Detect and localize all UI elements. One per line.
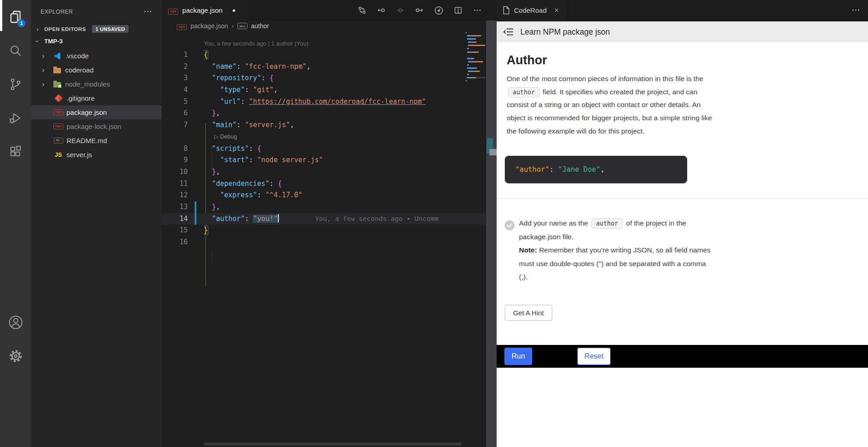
run-debug-icon[interactable] bbox=[0, 101, 31, 135]
file-row-coderoad[interactable]: ›coderoad bbox=[31, 63, 162, 77]
line-number: 7 bbox=[162, 119, 188, 131]
run-button[interactable]: Run bbox=[504, 348, 532, 365]
lesson-paragraph: One of the most common pieces of informa… bbox=[507, 72, 720, 138]
code-editor[interactable]: You, a few seconds ago | 1 author (You) … bbox=[162, 31, 497, 248]
file-row-.vscode[interactable]: ›.vscode bbox=[31, 49, 162, 63]
minimap-line bbox=[466, 67, 485, 69]
reset-button[interactable]: Reset bbox=[577, 348, 611, 365]
file-label: server.js bbox=[67, 151, 92, 159]
current-change-icon[interactable] bbox=[396, 6, 405, 15]
file-tree: ›.vscode›coderoad›node_modules.gitignore… bbox=[31, 49, 162, 162]
code-line-5[interactable]: 5"url": "https://github.com/coderoad/fcc… bbox=[162, 96, 497, 108]
minimap-line bbox=[466, 71, 485, 72]
code-line-1[interactable]: 1{ bbox=[162, 49, 497, 61]
blame-annotation: You, a few seconds ago | 1 author (You) bbox=[204, 38, 497, 49]
more-actions-icon[interactable] bbox=[473, 6, 482, 15]
open-editors-label: OPEN EDITORS bbox=[44, 26, 86, 32]
code-line-12[interactable]: 12"express": "^4.17.0" bbox=[162, 190, 497, 201]
close-icon[interactable]: × bbox=[555, 6, 559, 15]
file-label: .gitignore bbox=[67, 94, 95, 102]
line-number: 2 bbox=[162, 61, 188, 73]
codelens-debug[interactable]: ▷ Debug bbox=[162, 131, 497, 143]
file-row-node_modules[interactable]: ›node_modules bbox=[31, 77, 162, 91]
file-label: .vscode bbox=[65, 52, 89, 60]
inline-code-chip: author bbox=[508, 87, 539, 98]
line-number: 10 bbox=[162, 166, 188, 178]
npm-icon: npm bbox=[53, 123, 64, 129]
lesson-body: Author One of the most common pieces of … bbox=[497, 42, 868, 345]
open-editors-section[interactable]: › OPEN EDITORS 1 UNSAVED bbox=[31, 23, 162, 35]
source-control-icon[interactable] bbox=[0, 67, 31, 101]
file-row-package-lock.json[interactable]: npmpackage-lock.json bbox=[31, 119, 162, 134]
minimap-line bbox=[466, 84, 485, 85]
minimap-line bbox=[466, 41, 485, 43]
scrollbar-slider[interactable] bbox=[489, 149, 497, 155]
file-label: package-lock.json bbox=[67, 123, 121, 130]
code-line-8[interactable]: 8"scripts": { bbox=[162, 143, 497, 155]
project-root-section[interactable]: › TMP-3 bbox=[31, 35, 162, 47]
lesson-title: Learn NPM package json bbox=[520, 27, 610, 37]
panel-footer: Run Reset bbox=[497, 345, 868, 368]
get-a-hint-button[interactable]: Get A Hint bbox=[505, 305, 552, 321]
line-number: 8 bbox=[162, 143, 188, 155]
code-line-13[interactable]: 13}, bbox=[162, 201, 497, 213]
code-line-4[interactable]: 4"type": "git", bbox=[162, 84, 497, 96]
js-icon: JS bbox=[53, 151, 64, 158]
back-to-menu-icon[interactable] bbox=[503, 27, 514, 37]
panel-tab-bar: CodeRoad × ⋯ bbox=[497, 0, 868, 21]
previous-change-icon[interactable] bbox=[377, 6, 385, 15]
panel-more-icon[interactable]: ⋯ bbox=[852, 5, 861, 15]
code-line-10[interactable]: 10}, bbox=[162, 166, 497, 178]
code-line-15[interactable]: 15} bbox=[162, 225, 497, 236]
code-line-9[interactable]: 9"start": "node server.js" bbox=[162, 154, 497, 166]
minimap-line bbox=[466, 61, 485, 62]
split-editor-icon[interactable] bbox=[454, 6, 462, 15]
file-row-.gitignore[interactable]: .gitignore bbox=[31, 91, 162, 105]
vscode-icon bbox=[51, 52, 62, 60]
tab-coderoad[interactable]: CodeRoad × bbox=[497, 0, 566, 21]
horizontal-scrollbar[interactable] bbox=[204, 442, 462, 446]
modified-dot-icon[interactable]: ● bbox=[232, 7, 236, 14]
minimap[interactable] bbox=[466, 32, 485, 87]
accounts-icon[interactable] bbox=[0, 312, 31, 333]
folder-icon bbox=[51, 67, 62, 73]
timeline-icon[interactable] bbox=[434, 6, 443, 15]
code-line-6[interactable]: 6}, bbox=[162, 108, 497, 119]
settings-gear-icon[interactable] bbox=[0, 345, 31, 366]
file-icon bbox=[502, 6, 510, 15]
chevron-right-icon: › bbox=[42, 66, 51, 74]
breadcrumb-file[interactable]: package.json bbox=[190, 22, 228, 30]
line-number: 14 bbox=[162, 213, 188, 225]
line-number: 16 bbox=[162, 236, 188, 248]
chevron-down-icon: › bbox=[36, 37, 44, 45]
code-line-2[interactable]: 2"name": "fcc-learn-npm", bbox=[162, 61, 497, 73]
code-line-16[interactable]: 16 bbox=[162, 236, 497, 248]
task-description: Add your name as the author of the proje… bbox=[519, 216, 716, 284]
file-label: package.json bbox=[67, 108, 107, 116]
file-row-package.json[interactable]: npmpackage.json bbox=[31, 105, 162, 119]
panel-whitespace bbox=[497, 368, 868, 447]
editor-toolbar bbox=[358, 0, 482, 21]
search-icon[interactable] bbox=[0, 34, 31, 67]
breadcrumb-symbol[interactable]: author bbox=[251, 22, 269, 30]
file-label: node_modules bbox=[65, 80, 110, 88]
file-row-server.js[interactable]: JSserver.js bbox=[31, 148, 162, 162]
minimap-line bbox=[466, 58, 485, 59]
code-line-7[interactable]: 7"main": "server.js", bbox=[162, 119, 497, 131]
compare-changes-icon[interactable] bbox=[358, 6, 366, 15]
line-number: 1 bbox=[162, 49, 188, 61]
next-change-icon[interactable] bbox=[415, 6, 424, 15]
code-line-3[interactable]: 3"repository": { bbox=[162, 72, 497, 84]
sidebar-more-icon[interactable]: ⋯ bbox=[144, 6, 153, 16]
explorer-icon[interactable]: 1 bbox=[0, 0, 31, 34]
indent-guide bbox=[212, 252, 212, 263]
code-line-14[interactable]: 14"author": "you!"You, a few seconds ago… bbox=[162, 213, 497, 225]
file-row-README.md[interactable]: M↓README.md bbox=[31, 134, 162, 148]
tab-package-json[interactable]: npm package.json ● bbox=[162, 0, 249, 21]
minimap-line bbox=[466, 51, 485, 53]
editor-scrollbar[interactable] bbox=[486, 21, 497, 447]
extensions-icon[interactable] bbox=[0, 135, 31, 169]
line-number: 13 bbox=[162, 201, 188, 213]
minimap-line bbox=[466, 55, 485, 56]
code-line-11[interactable]: 11"dependencies": { bbox=[162, 178, 497, 190]
